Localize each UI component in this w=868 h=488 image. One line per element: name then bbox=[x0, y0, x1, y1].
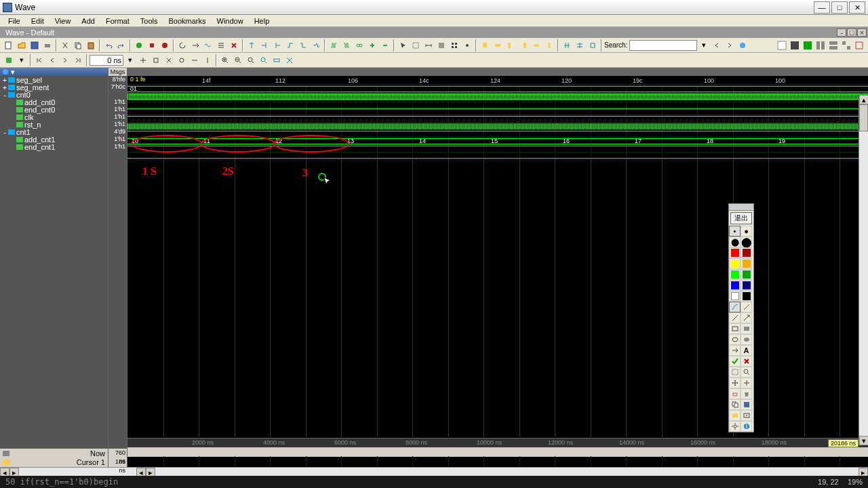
tool-move-icon[interactable] bbox=[729, 378, 741, 388]
menu-file[interactable]: File bbox=[3, 17, 26, 25]
redo-icon[interactable] bbox=[115, 39, 127, 52]
time-down-icon[interactable]: ▾ bbox=[124, 54, 136, 66]
nav-first-icon[interactable] bbox=[33, 54, 45, 66]
group-fall-icon[interactable] bbox=[340, 39, 353, 52]
bookmark2-icon[interactable] bbox=[492, 39, 504, 52]
tool-zoom-icon[interactable] bbox=[741, 367, 752, 378]
pointer-icon[interactable] bbox=[397, 39, 409, 52]
nav-next-icon[interactable] bbox=[59, 54, 71, 66]
select-icon[interactable] bbox=[410, 39, 422, 52]
expand-icon[interactable]: - bbox=[1, 91, 8, 99]
tool-rect-icon[interactable] bbox=[729, 323, 741, 334]
cursor-next-icon[interactable] bbox=[271, 39, 283, 52]
wave-area[interactable]: 01 10 11 12 13 14 15 16 17 bbox=[127, 85, 868, 438]
doc-min-button[interactable]: - bbox=[837, 28, 846, 37]
palette-header[interactable] bbox=[729, 204, 753, 211]
tool-arrow-line-icon[interactable] bbox=[741, 312, 752, 323]
color-darkred[interactable] bbox=[741, 247, 752, 258]
wave-icon[interactable] bbox=[202, 39, 214, 52]
nav-last-icon[interactable] bbox=[72, 54, 84, 66]
tool-screenshot-icon[interactable] bbox=[741, 410, 752, 421]
tool-line-icon[interactable] bbox=[729, 312, 741, 323]
zoom-other-icon[interactable] bbox=[283, 54, 296, 66]
maximize-button[interactable]: □ bbox=[831, 1, 848, 14]
tool-save-icon[interactable] bbox=[741, 399, 752, 410]
menu-view[interactable]: View bbox=[50, 17, 77, 25]
horizontal-scrollbar[interactable]: ◂ ▸ ◂ ▸ ▸ bbox=[0, 467, 868, 476]
goto1-icon[interactable] bbox=[137, 54, 149, 66]
tool-rect-fill-icon[interactable] bbox=[741, 323, 752, 334]
brush-med-icon[interactable]: ● bbox=[741, 226, 752, 237]
scroll-thumb[interactable] bbox=[859, 104, 868, 131]
layout6-icon[interactable] bbox=[840, 39, 852, 52]
bookmark3-icon[interactable] bbox=[505, 39, 517, 52]
cursor-prev-icon[interactable] bbox=[258, 39, 271, 52]
tool-trash-icon[interactable] bbox=[741, 388, 752, 399]
goto4-icon[interactable] bbox=[176, 54, 188, 66]
tool-ellipse-fill-icon[interactable] bbox=[741, 334, 752, 345]
edge-any-icon[interactable] bbox=[310, 39, 322, 52]
snap-icon[interactable] bbox=[461, 39, 473, 52]
tool-settings-icon[interactable] bbox=[729, 421, 741, 432]
tool-ellipse-icon[interactable] bbox=[729, 334, 741, 345]
group-link-icon[interactable] bbox=[353, 39, 366, 52]
layout5-icon[interactable] bbox=[827, 39, 840, 52]
menu-bookmarks[interactable]: Bookmarks bbox=[163, 17, 211, 25]
expand1-icon[interactable] bbox=[561, 39, 573, 52]
goto6-icon[interactable] bbox=[201, 54, 214, 66]
search-down-icon[interactable]: ▾ bbox=[698, 39, 710, 52]
color-blue[interactable] bbox=[729, 280, 741, 291]
layout4-icon[interactable] bbox=[814, 39, 827, 52]
doc-close-button[interactable]: × bbox=[857, 28, 867, 37]
zoom-full-icon[interactable] bbox=[245, 54, 257, 66]
menu-window[interactable]: Window bbox=[212, 17, 249, 25]
new-icon[interactable] bbox=[3, 39, 15, 52]
search-prev-icon[interactable] bbox=[711, 39, 723, 52]
tool-folder-icon[interactable] bbox=[729, 410, 741, 421]
zoom-out-icon[interactable] bbox=[232, 54, 244, 66]
bookmark5-icon[interactable] bbox=[530, 39, 542, 52]
add-wave-icon[interactable] bbox=[3, 54, 15, 66]
search-next-icon[interactable] bbox=[724, 39, 736, 52]
color-red[interactable] bbox=[729, 247, 741, 258]
menu-help[interactable]: Help bbox=[249, 17, 275, 25]
undo-icon[interactable] bbox=[102, 39, 115, 52]
layout1-icon[interactable] bbox=[776, 39, 788, 52]
edge-rise-icon[interactable] bbox=[284, 39, 296, 52]
color-black[interactable] bbox=[741, 291, 752, 302]
minimize-button[interactable]: — bbox=[814, 1, 830, 14]
menu-add[interactable]: Add bbox=[76, 17, 100, 25]
layout3-icon[interactable] bbox=[802, 39, 814, 52]
signal-name[interactable]: end_cnt1 bbox=[24, 143, 55, 151]
edge-fall-icon[interactable] bbox=[297, 39, 309, 52]
stop-icon[interactable] bbox=[146, 39, 158, 52]
open-icon[interactable] bbox=[16, 39, 28, 52]
run-icon[interactable] bbox=[133, 39, 145, 52]
zoom-cursor-icon[interactable] bbox=[258, 54, 270, 66]
color-green[interactable] bbox=[729, 269, 741, 280]
palette-exit-button[interactable]: 退出 bbox=[730, 212, 752, 224]
restart-icon[interactable] bbox=[176, 39, 189, 52]
annotation-palette[interactable]: 退出 •● ⬤⬤ A i bbox=[728, 203, 754, 432]
brush-small-icon[interactable]: • bbox=[729, 226, 741, 237]
vertical-scrollbar[interactable]: ▴ ▾ bbox=[859, 95, 868, 445]
tool-check-icon[interactable] bbox=[729, 356, 741, 367]
tool-arrow-icon[interactable] bbox=[729, 345, 741, 356]
color-darkblue[interactable] bbox=[741, 280, 752, 291]
goto3-icon[interactable] bbox=[163, 54, 175, 66]
tool-pencil-icon[interactable] bbox=[741, 302, 752, 312]
cut-icon[interactable] bbox=[59, 39, 71, 52]
menu-tools[interactable]: Tools bbox=[135, 17, 163, 25]
brush-xl-icon[interactable]: ⬤ bbox=[741, 237, 752, 247]
doc-max-button[interactable]: □ bbox=[847, 28, 856, 37]
tool-copy-icon[interactable] bbox=[729, 399, 741, 410]
cancel-icon[interactable] bbox=[228, 39, 240, 52]
layout2-icon[interactable] bbox=[789, 39, 801, 52]
measure-icon[interactable] bbox=[422, 39, 435, 52]
color-white[interactable] bbox=[729, 291, 741, 302]
expand3-icon[interactable] bbox=[587, 39, 599, 52]
color-yellow[interactable] bbox=[729, 258, 741, 269]
ruler-icon[interactable] bbox=[435, 39, 448, 52]
tool-select-icon[interactable] bbox=[729, 367, 741, 378]
zoom-range-icon[interactable] bbox=[271, 54, 283, 66]
